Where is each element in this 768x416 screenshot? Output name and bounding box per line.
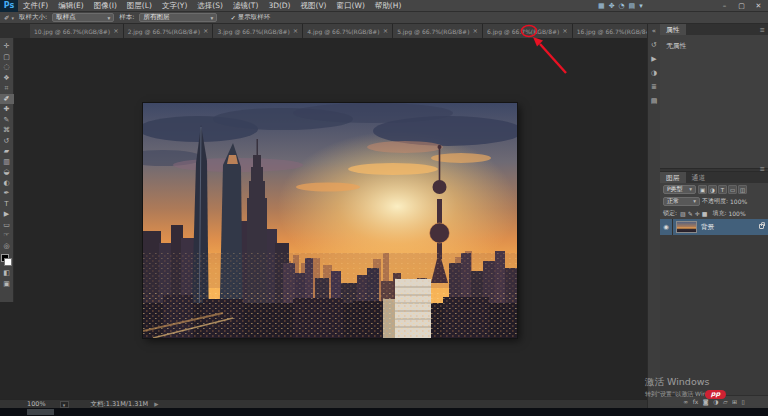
tab-close-icon[interactable]: ×: [562, 27, 567, 35]
history-panel-icon[interactable]: ↺: [651, 41, 657, 49]
lock-all-icon[interactable]: ■: [701, 210, 709, 217]
hand-tool-icon[interactable]: ✥: [609, 2, 615, 10]
tab-close-icon[interactable]: ×: [383, 27, 388, 35]
path-selection-tool[interactable]: ▶: [0, 209, 14, 220]
opacity-value[interactable]: 100%: [730, 198, 747, 205]
menu-edit[interactable]: 编辑(E): [53, 1, 89, 11]
lock-pixels-icon[interactable]: ✎: [687, 210, 694, 217]
tab-close-icon[interactable]: ×: [473, 27, 478, 35]
hand-tool[interactable]: ☞: [0, 230, 14, 241]
status-options-caret[interactable]: ▾: [60, 401, 69, 408]
shape-tool[interactable]: ▭: [0, 220, 14, 231]
menu-file[interactable]: 文件(F): [18, 1, 53, 11]
type-filter-icon[interactable]: T: [718, 185, 727, 194]
doc-tab-2jpg[interactable]: 2.jpg @ 66.7%(RGB/8#) ×: [124, 24, 214, 38]
adjustment-filter-icon[interactable]: ◑: [708, 185, 717, 194]
background-color-swatch[interactable]: [4, 258, 12, 266]
type-tool[interactable]: T: [0, 199, 14, 210]
fill-value[interactable]: 100%: [728, 210, 745, 217]
properties-tab[interactable]: 属性: [660, 24, 686, 35]
gradient-tool[interactable]: ▥: [0, 157, 14, 168]
panel-menu-icon[interactable]: ≡: [760, 24, 765, 35]
minimize-button[interactable]: –: [716, 0, 733, 12]
blend-mode-select[interactable]: 正常 ▾: [663, 197, 700, 206]
background-layer-row[interactable]: ◉ 背景: [660, 219, 768, 235]
blur-tool[interactable]: ◒: [0, 167, 14, 178]
workspace-caret-icon[interactable]: ▾: [639, 2, 643, 10]
document-image[interactable]: [143, 103, 517, 338]
document-tab-bar: 10.jpg @ 66.7%(RGB/8#) × 2.jpg @ 66.7%(R…: [0, 24, 647, 38]
tab-close-icon[interactable]: ×: [203, 27, 208, 35]
zoom-tool[interactable]: ◎: [0, 241, 14, 252]
doc-tab-5jpg[interactable]: 5.jpg @ 66.7%(RGB/8#) ×: [393, 24, 483, 38]
lock-transparent-icon[interactable]: ▨: [679, 210, 687, 217]
menu-help[interactable]: 帮助(H): [370, 1, 407, 11]
crop-tool[interactable]: ⌗: [0, 83, 14, 94]
lasso-tool[interactable]: ◌: [0, 62, 14, 73]
filter-kind-select[interactable]: P类型 ▾: [663, 185, 696, 194]
move-tool[interactable]: ✛: [0, 41, 14, 52]
dodge-tool[interactable]: ◐: [0, 178, 14, 189]
tab-close-icon[interactable]: ×: [113, 27, 118, 35]
toolbox-extras: ◧▣: [0, 268, 14, 289]
close-button[interactable]: ✕: [750, 0, 767, 12]
clone-stamp-tool[interactable]: ⌘: [0, 125, 14, 136]
smart-object-filter-icon[interactable]: ◫: [738, 185, 747, 194]
sample-layers-select[interactable]: 所有图层 ▾: [139, 13, 217, 22]
show-sampling-ring-checkbox[interactable]: ✓ 显示取样环: [230, 13, 270, 22]
color-swatches[interactable]: [0, 253, 14, 268]
menu-filter[interactable]: 滤镜(T): [228, 1, 263, 11]
eraser-tool[interactable]: ▰: [0, 146, 14, 157]
tab-close-icon[interactable]: ×: [293, 27, 298, 35]
shape-filter-icon[interactable]: ▭: [728, 185, 737, 194]
menu-type[interactable]: 文字(Y): [157, 1, 192, 11]
doc-tab-6jpg[interactable]: 6.jpg @ 66.7%(RGB/8#) ×: [483, 24, 573, 38]
tool-options-bar: ✐ ▾ 取样大小: 取样点 ▾ 样本: 所有图层 ▾ ✓ 显示取样环: [0, 12, 768, 24]
marquee-tool[interactable]: ▢: [0, 52, 14, 63]
menu-layer[interactable]: 图层(L): [122, 1, 157, 11]
sample-size-select[interactable]: 取样点 ▾: [52, 13, 114, 22]
layer-visibility-eye-icon[interactable]: ◉: [660, 219, 673, 235]
chevron-down-icon: ▾: [107, 15, 110, 21]
quick-mask-icon[interactable]: ◧: [0, 268, 14, 279]
menu-window[interactable]: 窗口(W): [332, 1, 370, 11]
menu-3d[interactable]: 3D(D): [263, 1, 295, 11]
zoom-level[interactable]: 100%: [27, 400, 46, 408]
channels-tab[interactable]: 通道: [686, 172, 712, 183]
panel-menu-icon[interactable]: ≡: [760, 163, 765, 174]
actions-panel-icon[interactable]: ▶: [651, 55, 656, 63]
expand-dock-icon[interactable]: «: [652, 27, 656, 35]
menu-view[interactable]: 视图(V): [296, 1, 332, 11]
screen-mode-icon[interactable]: ▣: [0, 279, 14, 290]
swatches-panel-icon[interactable]: ▤: [651, 97, 658, 105]
pixel-filter-icon[interactable]: ▣: [698, 185, 707, 194]
layers-tab[interactable]: 图层: [660, 172, 686, 183]
tool-preset-picker[interactable]: ✐ ▾: [4, 14, 14, 22]
quick-selection-tool[interactable]: ❖: [0, 73, 14, 84]
menu-select[interactable]: 选择(S): [192, 1, 228, 11]
menu-image[interactable]: 图像(I): [89, 1, 122, 11]
info-panel-icon[interactable]: ≣: [651, 83, 657, 91]
layer-thumbnail[interactable]: [676, 221, 697, 233]
rotate-view-icon[interactable]: ◔: [619, 2, 625, 10]
brush-tool[interactable]: ✎: [0, 115, 14, 126]
spot-healing-tool[interactable]: ✚: [0, 104, 14, 115]
history-brush-tool[interactable]: ↺: [0, 136, 14, 147]
photoshop-logo: Ps: [0, 0, 18, 12]
adjustments-panel-icon[interactable]: ◑: [651, 69, 657, 77]
doc-tab-4jpg[interactable]: 4.jpg @ 66.7%(RGB/8#) ×: [303, 24, 393, 38]
status-arrow-icon[interactable]: ▶: [154, 401, 158, 407]
restore-button[interactable]: ▢: [733, 0, 750, 12]
pen-tool[interactable]: ✒: [0, 188, 14, 199]
view-extras-icon[interactable]: ▦: [598, 2, 605, 10]
layer-name[interactable]: 背景: [701, 223, 714, 232]
chevron-down-icon: ▾: [689, 186, 692, 192]
arrange-documents-icon[interactable]: ▤: [629, 2, 636, 10]
doc-tab-10jpg[interactable]: 10.jpg @ 66.7%(RGB/8#) ×: [30, 24, 124, 38]
filter-icons: ▣◑T▭◫: [698, 185, 747, 194]
eyedropper-tool[interactable]: ✐: [0, 94, 14, 105]
lock-icons: ▨✎✛■: [679, 210, 708, 217]
canvas-workspace[interactable]: [0, 38, 647, 399]
doc-tab-3jpg[interactable]: 3.jpg @ 66.7%(RGB/8#) ×: [213, 24, 303, 38]
lock-position-icon[interactable]: ✛: [694, 210, 701, 217]
